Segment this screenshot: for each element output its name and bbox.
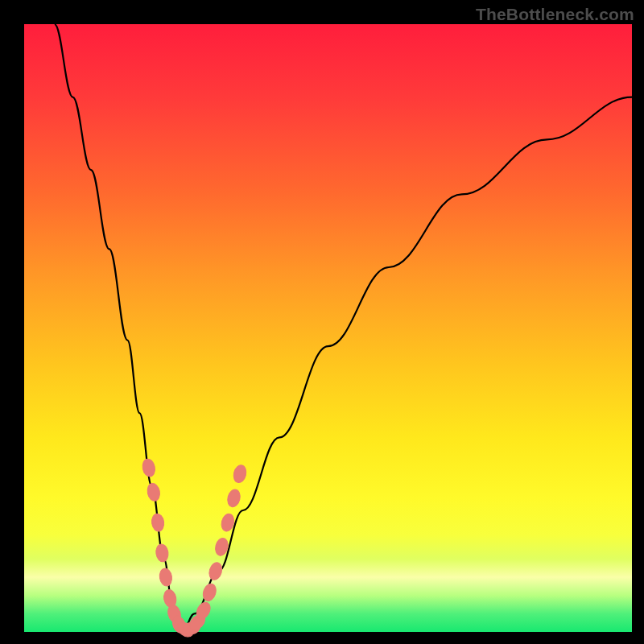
svg-point-2 xyxy=(151,513,165,532)
chart-svg xyxy=(24,24,632,632)
bottleneck-curve xyxy=(55,24,632,632)
svg-point-1 xyxy=(146,482,161,502)
svg-point-4 xyxy=(159,568,173,587)
svg-point-16 xyxy=(226,488,242,508)
watermark-text: TheBottleneck.com xyxy=(476,5,634,24)
svg-point-0 xyxy=(141,458,156,478)
chart-frame: TheBottleneck.com xyxy=(0,0,644,644)
svg-point-13 xyxy=(208,561,224,581)
plot-area xyxy=(24,24,632,632)
svg-point-17 xyxy=(232,464,248,484)
svg-point-3 xyxy=(155,543,169,563)
highlighted-range-beads xyxy=(141,458,248,640)
